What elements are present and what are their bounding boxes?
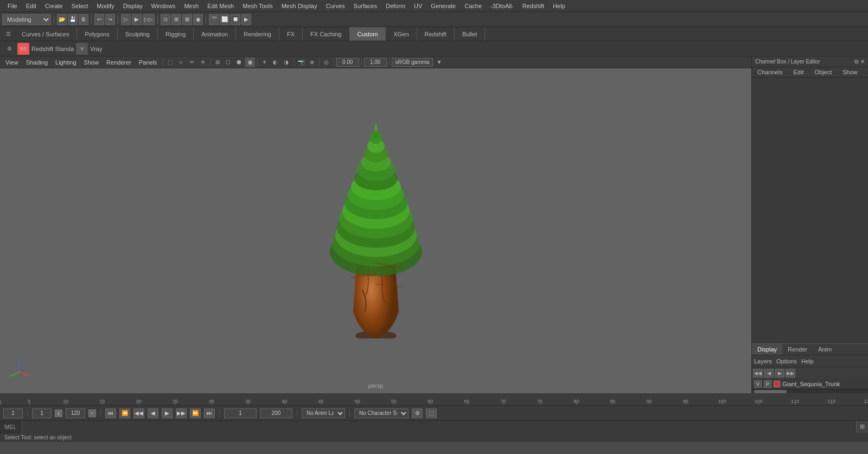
layers-menu-help[interactable]: Help (801, 358, 814, 365)
menu-select[interactable]: Select (67, 2, 93, 10)
menu-edit[interactable]: Edit (22, 2, 41, 10)
anim-end-input[interactable] (260, 408, 292, 418)
vp-icon-paint[interactable]: ✏ (187, 57, 197, 67)
anim-start-input[interactable] (224, 408, 257, 418)
right-panel-scroll[interactable] (752, 389, 868, 393)
play-forward-btn[interactable]: ▶ (162, 408, 173, 418)
tab-fx-caching[interactable]: FX Caching (303, 27, 349, 41)
menu-uv[interactable]: UV (410, 2, 426, 10)
select-mode-btn[interactable]: ▷ (121, 14, 131, 25)
tab-curves-surfaces[interactable]: Curves / Surfaces (14, 27, 77, 41)
render-btn[interactable]: 🎬 (209, 14, 219, 25)
play-next-key-btn[interactable]: ⏩ (190, 408, 201, 418)
tool-btn3[interactable]: ⊠ (182, 14, 192, 25)
open-button[interactable]: 📂 (57, 14, 67, 25)
play-prev-key-btn[interactable]: ⏪ (119, 408, 130, 418)
layer-playback[interactable]: P (764, 380, 771, 388)
vp-icon-light[interactable]: ☀ (260, 57, 270, 67)
layer-nav-next[interactable]: ▶ (775, 369, 784, 378)
select-mode-btn3[interactable]: ▷▷ (143, 14, 155, 25)
vp-icon-grid[interactable]: ⊞ (213, 57, 222, 67)
layer-nav-prev[interactable]: ◀ (764, 369, 774, 378)
tab-polygons[interactable]: Polygons (77, 27, 117, 41)
cb-tab-edit[interactable]: Edit (788, 67, 809, 77)
tab-rigging[interactable]: Rigging (158, 27, 194, 41)
vp-icon-move[interactable]: ✛ (198, 57, 208, 67)
frame-end-input[interactable] (66, 408, 85, 418)
tab-pin[interactable]: ☰ (2, 28, 14, 40)
renderer-settings-icon[interactable]: ⚙ (3, 43, 15, 55)
tab-redshift[interactable]: Redshift (417, 27, 455, 41)
menu-cache[interactable]: Cache (460, 2, 486, 10)
vp-menu-shading[interactable]: Shading (23, 58, 51, 67)
vp-icon-select[interactable]: ⬚ (165, 57, 175, 67)
save-scene-button[interactable]: 🗎 (79, 14, 88, 25)
save-button[interactable]: 💾 (68, 14, 78, 25)
rp-tab-anim[interactable]: Anim (813, 344, 837, 355)
play-first-btn[interactable]: ⏮ (105, 408, 116, 418)
vp-icon-isolation[interactable]: ◎ (322, 57, 331, 67)
menu-mesh-display[interactable]: Mesh Display (277, 2, 322, 10)
vp-color-space[interactable]: sRGB gamma (392, 58, 433, 67)
char-set-icon2[interactable]: ⬚ (426, 408, 437, 418)
tab-rendering[interactable]: Rendering (236, 27, 279, 41)
render-btn2[interactable]: ⬜ (220, 14, 229, 25)
tab-fx[interactable]: FX (279, 27, 303, 41)
menu-curves[interactable]: Curves (322, 2, 349, 10)
vp-color-arrow[interactable]: ▼ (434, 57, 444, 67)
menu-help[interactable]: Help (548, 2, 570, 10)
vp-far-clip[interactable] (364, 58, 387, 67)
cmd-input[interactable] (22, 421, 856, 433)
layer-name[interactable]: Giant_Sequoia_Trunk (782, 381, 840, 387)
vp-menu-panels[interactable]: Panels (136, 58, 161, 67)
cb-tab-show[interactable]: Show (837, 67, 863, 77)
rp-tab-render[interactable]: Render (782, 344, 813, 355)
vp-menu-renderer[interactable]: Renderer (103, 58, 135, 67)
layers-menu-options[interactable]: Options (776, 358, 797, 365)
cmd-lang-label[interactable]: MEL (0, 424, 22, 430)
mode-selector[interactable]: Modeling (2, 14, 51, 25)
layer-visibility[interactable]: V (754, 380, 762, 388)
vp-menu-view[interactable]: View (2, 58, 22, 67)
vp-menu-lighting[interactable]: Lighting (52, 58, 80, 67)
timeline-ruler[interactable]: 1510152025303540455055606570758085909510… (0, 393, 868, 405)
tab-sculpting[interactable]: Sculpting (118, 27, 158, 41)
vp-icon-camera[interactable]: 📷 (296, 57, 306, 67)
current-frame-input[interactable] (3, 408, 23, 418)
cmd-submit-icon[interactable]: ⊞ (856, 421, 868, 433)
play-last-btn[interactable]: ⏭ (204, 408, 215, 418)
menu-file[interactable]: File (3, 2, 22, 10)
tab-animation[interactable]: Animation (194, 27, 236, 41)
vp-icon-lasso[interactable]: ⟡ (176, 57, 186, 67)
viewport[interactable]: persp Y X Z (0, 68, 751, 393)
vp-menu-show[interactable]: Show (81, 58, 103, 67)
vp-near-clip[interactable] (336, 58, 359, 67)
menu-create[interactable]: Create (41, 2, 67, 10)
vp-icon-wireframe[interactable]: ⬡ (224, 57, 233, 67)
menu-windows[interactable]: Windows (147, 2, 180, 10)
vray-icon[interactable]: V (76, 43, 88, 55)
layers-menu-layers[interactable]: Layers (754, 358, 772, 365)
tool-btn2[interactable]: ⊞ (171, 14, 181, 25)
menu-display[interactable]: Display (119, 2, 147, 10)
right-panel-close[interactable]: ✕ (860, 59, 865, 65)
redo-button[interactable]: ↪ (105, 14, 115, 25)
select-mode-btn2[interactable]: ▶ (132, 14, 142, 25)
play-prev-btn[interactable]: ◀◀ (133, 408, 144, 418)
menu-modify[interactable]: Modify (92, 2, 118, 10)
playblast-btn[interactable]: ▶ (241, 14, 251, 25)
vp-icon-solid[interactable]: ⬢ (234, 57, 244, 67)
anim-layer-selector[interactable]: No Anim Layer (302, 408, 345, 418)
vp-icon-smooth[interactable]: ◼ (245, 57, 255, 67)
menu-surfaces[interactable]: Surfaces (349, 2, 381, 10)
menu-deform[interactable]: Deform (381, 2, 410, 10)
menu-mesh-tools[interactable]: Mesh Tools (238, 2, 277, 10)
menu-mesh[interactable]: Mesh (180, 2, 203, 10)
layer-nav-last[interactable]: ▶▶ (786, 369, 795, 378)
layer-nav-first[interactable]: ◀◀ (753, 369, 763, 378)
menu-generate[interactable]: Generate (426, 2, 460, 10)
vp-icon-shadow[interactable]: ◐ (271, 57, 280, 67)
menu-edit-mesh[interactable]: Edit Mesh (203, 2, 238, 10)
char-set-selector[interactable]: No Character Set (354, 408, 409, 418)
cb-tab-channels[interactable]: Channels (752, 67, 788, 77)
